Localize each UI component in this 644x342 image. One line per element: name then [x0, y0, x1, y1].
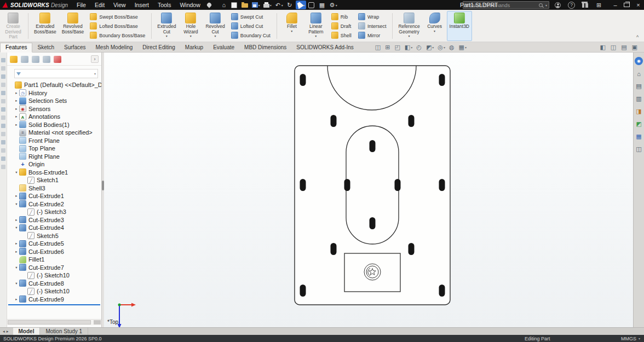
revolved-cut-button[interactable]: Revolved Cut ▾ [203, 11, 227, 41]
dock-strip-icon[interactable] [1, 148, 5, 153]
command-tab[interactable]: Features [0, 43, 32, 53]
hide-show-items-icon[interactable]: ◎ ▾ [438, 44, 445, 51]
dock-strip-icon[interactable] [1, 140, 5, 144]
command-tab[interactable]: Sketch [32, 43, 59, 52]
tree-expand-arrow[interactable]: ▸ [14, 241, 19, 246]
tree-expand-arrow[interactable]: ▸ [14, 194, 19, 198]
tree-item-sketch1[interactable]: ╱ Sketch1 [7, 176, 101, 184]
whats-new-icon[interactable] [580, 1, 590, 9]
filter-input[interactable] [23, 70, 94, 77]
options-gear-icon[interactable]: ⚙ ▾ [328, 1, 338, 9]
slot-hole[interactable] [395, 179, 401, 191]
slot-hole[interactable] [344, 179, 350, 191]
study-tab[interactable]: Model [13, 328, 41, 335]
tree-item-boss-extrude1[interactable]: ▾ Boss-Extrude1 [7, 169, 101, 177]
save-icon[interactable]: ▾ [251, 1, 261, 9]
dock-strip-icon[interactable] [1, 74, 5, 79]
print-icon[interactable]: ▾ [262, 1, 273, 9]
open-document-icon[interactable] [240, 1, 250, 9]
extruded-boss-base-button[interactable]: Extruded Boss/Base [31, 11, 59, 41]
tree-item-sketch3[interactable]: ╱ (-) Sketch3 [7, 208, 101, 216]
account-icon[interactable] [553, 1, 562, 9]
tree-item-cut-extrude7[interactable]: ▾ Cut-Extrude7 [7, 264, 101, 272]
rollback-bar[interactable] [8, 304, 100, 305]
pane-tile-icon[interactable]: ▤ [621, 44, 626, 51]
tree-item-cut-extrude3[interactable]: ▸ Cut-Extrude3 [7, 216, 101, 224]
slot-hole[interactable] [331, 243, 337, 255]
section-view-icon[interactable]: ◧ ▾ [405, 44, 412, 51]
filter-caret-icon[interactable]: ▾ [94, 72, 96, 76]
tree-item-cut-extrude4[interactable]: ▾ Cut-Extrude4 [7, 224, 101, 232]
restore-button[interactable] [621, 0, 633, 10]
lofted-cut-button[interactable]: Lofted Cut [229, 21, 273, 31]
slot-hole[interactable] [439, 179, 445, 191]
home-icon[interactable]: ⌂ [220, 1, 229, 9]
touch-mode-icon[interactable] [307, 1, 317, 9]
unit-system-selector[interactable]: MMGS ▾ [621, 336, 640, 341]
tree-horizontal-scrollbar[interactable] [7, 319, 101, 325]
swept-boss-base-button[interactable]: Swept Boss/Base [88, 12, 147, 21]
tree-item-sketch5[interactable]: ╱ Sketch5 [7, 232, 101, 240]
home-icon[interactable]: ⌂ [635, 69, 643, 78]
tree-item-history[interactable]: ▸ ◷ History [7, 89, 101, 97]
revolved-cut-dropdown[interactable]: ▾ [215, 34, 216, 38]
select-tool-icon[interactable]: ▾ [296, 1, 306, 9]
tree-item-sketch10-b[interactable]: ╱ (-) Sketch10 [7, 287, 101, 295]
dock-strip-icon[interactable] [1, 91, 5, 95]
tree-item-selection-sets[interactable]: ▸ Selection Sets [7, 97, 101, 105]
tree-item-part-root[interactable]: Part1 (Default) <<Default>_Display S [7, 81, 101, 89]
hole-wizard-dropdown[interactable]: ▾ [190, 34, 192, 38]
tree-item-cut-extrude1[interactable]: ▸ Cut-Extrude1 [7, 192, 101, 200]
curves-dropdown[interactable]: ▾ [434, 30, 435, 33]
pane-split-icon[interactable]: ◫ [611, 44, 616, 51]
command-tab[interactable]: SOLIDWORKS Add-Ins [291, 43, 358, 52]
instant3d-button[interactable]: Instant3D [447, 11, 472, 41]
dock-strip-icon[interactable] [1, 132, 5, 136]
solidworks-resources-icon[interactable]: ◉ [635, 57, 643, 65]
boundary-boss-base-button[interactable]: Boundary Boss/Base [88, 31, 147, 40]
tree-item-cut-extrude5[interactable]: ▸ Cut-Extrude5 [7, 240, 101, 248]
tree-item-sketch10-a[interactable]: ╱ (-) Sketch10 [7, 271, 101, 280]
dynamic-annotation-icon[interactable]: ◴ [416, 44, 422, 51]
reference-geometry-dropdown[interactable]: ▾ [408, 34, 410, 38]
tree-expand-arrow[interactable]: ▾ [14, 281, 19, 286]
slot-hole[interactable] [439, 285, 445, 297]
dock-strip-icon[interactable] [1, 83, 5, 87]
tree-expand-arrow[interactable]: ▾ [14, 202, 19, 206]
tree-item-cut-extrude8[interactable]: ▾ Cut-Extrude8 [7, 280, 101, 288]
menu-item[interactable]: File [72, 0, 90, 10]
tree-expand-arrow[interactable]: ▸ [14, 123, 19, 127]
tree-expand-arrow[interactable]: ▾ [14, 170, 19, 175]
forum-icon[interactable]: ◫ [635, 145, 643, 153]
tree-expand-arrow[interactable]: ▾ [14, 225, 19, 230]
tree-expand-arrow[interactable]: ▸ [14, 98, 19, 103]
dock-strip-icon[interactable] [1, 58, 5, 62]
boundary-cut-button[interactable]: Boundary Cut [229, 31, 273, 40]
tree-item-cut-extrude6[interactable]: ▸ Cut-Extrude6 [7, 248, 101, 256]
tree-item-top-plane[interactable]: Top Plane [7, 144, 101, 153]
appearances-icon[interactable]: ◩ [635, 120, 643, 128]
feature-tree-filter[interactable]: ▾ [14, 69, 98, 78]
zoom-area-icon[interactable]: ⊞ [385, 44, 390, 51]
slot-hole[interactable] [300, 179, 306, 191]
slot-hole[interactable] [300, 285, 306, 297]
dock-strip-icon[interactable] [1, 124, 5, 128]
view-palette-icon[interactable]: ◨ [635, 107, 643, 115]
zoom-fit-icon[interactable]: ◫ [375, 44, 381, 51]
extruded-cut-dropdown[interactable]: ▾ [166, 34, 168, 38]
close-button[interactable]: × [633, 0, 644, 10]
display-style-icon[interactable]: ◩ ▾ [426, 44, 434, 51]
tree-expand-arrow[interactable]: ▸ [14, 114, 19, 119]
tree-item-material[interactable]: ≡ Material <not specified> [7, 129, 101, 137]
propertymanager-tab[interactable] [21, 56, 28, 63]
part-top-view[interactable] [295, 66, 450, 305]
rebuild-icon[interactable]: ↻ [285, 1, 295, 9]
undo-icon[interactable]: ↶ ▾ [274, 1, 284, 9]
file-explorer-icon[interactable]: ▥ [635, 95, 643, 103]
help-icon[interactable]: ? [567, 1, 576, 9]
command-tab[interactable]: Markup [180, 43, 208, 52]
design-library-icon[interactable]: ▤ [635, 82, 643, 90]
fillet-button[interactable]: Fillet ▾ [280, 11, 304, 41]
dock-strip-icon[interactable] [1, 156, 5, 161]
reference-geometry-button[interactable]: Reference Geometry ▾ [395, 11, 422, 41]
